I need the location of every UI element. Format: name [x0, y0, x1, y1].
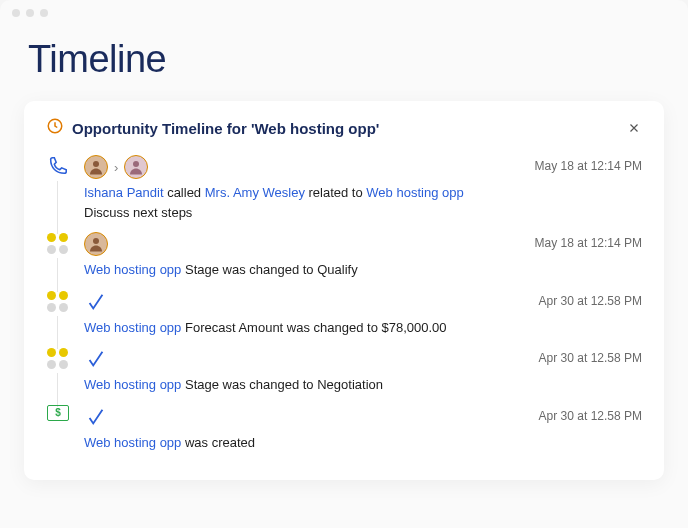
person-link[interactable]: Mrs. Amy Wesley — [205, 185, 305, 200]
opportunity-link[interactable]: Web hosting opp — [84, 262, 181, 277]
avatar[interactable] — [124, 155, 148, 179]
timeline-entry: › Ishana Pandit called Mrs. Amy Wesley r… — [46, 151, 642, 228]
stage-icon — [46, 347, 70, 371]
entry-description: Web hosting opp Stage was changed to Qua… — [84, 260, 525, 280]
timeline-entry: Web hosting opp Stage was changed to Neg… — [46, 343, 642, 401]
timeline-entry: Web hosting opp Stage was changed to Qua… — [46, 228, 642, 286]
entry-note: Discuss next steps — [84, 203, 525, 223]
avatar[interactable] — [84, 232, 108, 256]
person-link[interactable]: Ishana Pandit — [84, 185, 164, 200]
entry-description: Web hosting opp Forecast Amount was chan… — [84, 318, 529, 338]
opportunity-link[interactable]: Web hosting opp — [84, 435, 181, 450]
clock-icon — [46, 117, 64, 139]
svg-point-3 — [93, 238, 99, 244]
titlebar — [0, 0, 688, 26]
check-icon — [84, 290, 108, 314]
stage-icon — [46, 232, 70, 256]
entry-timestamp: May 18 at 12:14 PM — [535, 155, 642, 222]
app-window: Timeline Opportunity Timeline for 'Web h… — [0, 0, 688, 528]
timeline-entry: Web hosting opp Forecast Amount was chan… — [46, 286, 642, 344]
traffic-light-dot — [26, 9, 34, 17]
check-icon — [84, 405, 108, 429]
check-icon — [84, 347, 108, 371]
card-header: Opportunity Timeline for 'Web hosting op… — [46, 117, 642, 139]
chevron-right-icon: › — [114, 160, 118, 175]
traffic-light-dot — [40, 9, 48, 17]
svg-point-1 — [93, 161, 99, 167]
entry-body: Web hosting opp Stage was changed to Qua… — [84, 232, 525, 280]
entry-timestamp: Apr 30 at 12.58 PM — [539, 347, 642, 395]
avatar[interactable] — [84, 155, 108, 179]
page-title: Timeline — [0, 26, 688, 101]
entry-body: Web hosting opp was created — [84, 405, 529, 453]
stage-icon — [46, 290, 70, 314]
entry-timestamp: Apr 30 at 12.58 PM — [539, 290, 642, 338]
entry-description: Web hosting opp Stage was changed to Neg… — [84, 375, 529, 395]
entry-description: Web hosting opp was created — [84, 433, 529, 453]
entry-body: Web hosting opp Stage was changed to Neg… — [84, 347, 529, 395]
opportunity-link[interactable]: Web hosting opp — [366, 185, 463, 200]
entry-description: Ishana Pandit called Mrs. Amy Wesley rel… — [84, 183, 525, 203]
entry-body: Web hosting opp Forecast Amount was chan… — [84, 290, 529, 338]
opportunity-link[interactable]: Web hosting opp — [84, 320, 181, 335]
entry-timestamp: May 18 at 12:14 PM — [535, 232, 642, 280]
timeline-card: Opportunity Timeline for 'Web hosting op… — [24, 101, 664, 480]
entry-body: › Ishana Pandit called Mrs. Amy Wesley r… — [84, 155, 525, 222]
connector — [57, 181, 58, 234]
svg-point-2 — [133, 161, 139, 167]
opportunity-link[interactable]: Web hosting opp — [84, 377, 181, 392]
phone-icon — [46, 155, 70, 177]
close-icon[interactable] — [626, 120, 642, 136]
timeline-entry: $ Web hosting opp was created Apr 30 at … — [46, 401, 642, 459]
entry-timestamp: Apr 30 at 12.58 PM — [539, 405, 642, 453]
money-icon: $ — [46, 405, 70, 421]
traffic-light-dot — [12, 9, 20, 17]
card-title: Opportunity Timeline for 'Web hosting op… — [72, 120, 618, 137]
